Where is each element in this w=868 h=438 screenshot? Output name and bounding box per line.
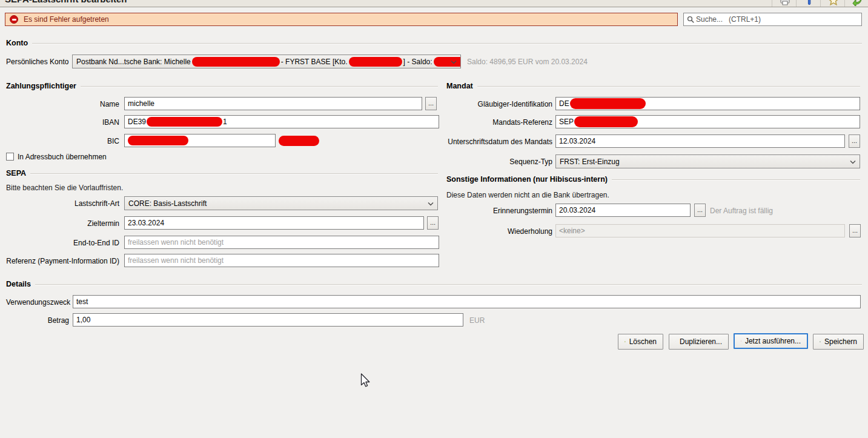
bic-label: BIC [6,137,119,145]
search-input[interactable] [696,14,860,25]
redaction-mark [434,57,461,67]
iban-text: DE39 [128,118,146,126]
lastschriftart-select[interactable]: CORE: Basis-Lastschrift [124,196,438,210]
adressbuch-label: In Adressbuch übernehmen [18,153,107,161]
wiederholung-value: <keine> [559,227,585,235]
lastschriftart-value: CORE: Basis-Lastschrift [128,199,207,208]
zieltermin-calendar-button[interactable]: ... [427,216,439,230]
section-details-title: Details [6,280,31,288]
name-lookup-button[interactable]: ... [425,97,437,110]
erinnerungstermin-input[interactable] [555,204,691,217]
duplicate-icon [675,337,676,347]
search-icon [687,16,695,24]
chevron-down-icon [451,60,457,64]
unterschriftsdatum-input[interactable] [555,134,845,148]
back-arrow-icon [852,0,863,6]
konto-text: ] - Saldo: [403,58,432,66]
name-input[interactable] [124,97,422,110]
section-mandat: Mandat [446,82,860,90]
section-sepa-title: SEPA [6,169,26,178]
saldo-info: Saldo: 4896,95 EUR vom 20.03.2024 [467,58,588,66]
redaction-mark [570,98,646,109]
sequenztyp-value: FRST: Erst-Einzug [560,158,620,166]
print-button[interactable] [772,0,796,7]
speichern-label: Speichern [824,337,857,346]
back-button[interactable] [844,0,868,7]
currency-label: EUR [469,316,485,325]
unterschriftsdatum-label: Unterschriftsdatum des Mandats [442,138,552,146]
name-label: Name [6,100,119,108]
wiederholung-field: <keine> [555,224,845,237]
loeschen-label: Löschen [629,337,657,346]
jetzt-ausfuehren-button[interactable]: Jetzt ausführen... [734,333,808,349]
betrag-input[interactable] [73,313,463,327]
save-icon [820,337,821,347]
bookmark-button[interactable] [820,0,844,7]
referenz-input[interactable] [124,254,439,267]
trash-icon [624,337,626,347]
info-icon [804,0,815,6]
loeschen-button[interactable]: Löschen [618,334,663,350]
glaeubiger-label: Gläubiger-Identifikation [442,100,552,108]
wiederholung-label: Wiederholung [442,227,552,236]
title-bar: SEPA-Lastschrift bearbeiten [0,0,868,7]
printer-icon [780,0,790,6]
star-icon [828,0,839,6]
iban-input[interactable]: DE39 1 [124,115,439,128]
adressbuch-checkbox[interactable] [6,153,14,161]
konto-text: Postbank Nd...tsche Bank: Michelle [76,58,191,66]
redaction-mark [192,57,280,67]
redaction-mark [349,57,402,67]
endtoend-label: End-to-End ID [6,239,119,247]
unterschriftsdatum-calendar-button[interactable]: ... [849,134,860,148]
section-details: Details [6,280,862,288]
konto-text: - FYRST BASE [Kto. [281,58,348,66]
verwendungszweck-input[interactable] [73,295,861,308]
redaction-mark [147,117,222,127]
betrag-label: Betrag [6,316,69,325]
mouse-cursor [360,373,371,388]
mandatsreferenz-label: Mandats-Referenz [442,118,552,127]
info-button[interactable] [796,0,820,7]
glaeubiger-input[interactable]: DE [555,97,860,110]
error-message: Es sind Fehler aufgetreten [24,15,109,24]
mandatsreferenz-input[interactable]: SEP [555,115,860,128]
redaction-mark [279,136,319,146]
section-sepa: SEPA [6,169,438,178]
sonstige-hint: Diese Daten werden nicht an die Bank übe… [446,191,609,199]
page-title: SEPA-Lastschrift bearbeiten [5,0,127,4]
erinnerungstermin-calendar-button[interactable]: ... [694,204,706,217]
persoenliches-konto-label: Persönliches Konto [6,58,68,66]
konto-select[interactable]: Postbank Nd...tsche Bank: Michelle - FYR… [72,55,461,68]
redaction-mark [574,116,638,127]
sequenztyp-label: Sequenz-Typ [442,158,552,166]
speichern-button[interactable]: Speichern [813,334,864,350]
section-mandat-title: Mandat [446,82,473,90]
wiederholung-edit-button[interactable]: ... [849,224,861,237]
zieltermin-label: Zieltermin [6,219,119,228]
glaeubiger-text: DE [559,99,569,108]
lastschriftart-label: Lastschrift-Art [6,199,119,208]
section-konto: Konto [6,39,862,47]
chevron-down-icon [428,202,434,206]
sequenztyp-select[interactable]: FRST: Erst-Einzug [555,154,860,168]
bic-input[interactable] [124,134,276,147]
iban-text: 1 [223,118,227,126]
zieltermin-input[interactable] [124,216,424,230]
referenz-label: Referenz (Payment-Information ID) [6,257,119,265]
section-sonstige: Sonstige Informationen (nur Hibiscus-int… [446,175,860,184]
verwendungszweck-label: Verwendungszweck [6,298,69,307]
search-box [683,13,862,26]
endtoend-input[interactable] [124,236,439,249]
error-icon [10,15,18,24]
section-zahlungspflichtiger: Zahlungspflichtiger [6,82,438,90]
mandatsreferenz-text: SEP [559,118,574,126]
redaction-mark [128,136,188,145]
chevron-down-icon [850,160,856,164]
duplizieren-label: Duplizieren... [680,337,722,346]
faellig-text: Der Auftrag ist fällig [710,207,773,215]
sepa-hint: Bitte beachten Sie die Vorlauffristen. [6,184,123,192]
section-zahlungspflichtiger-title: Zahlungspflichtiger [6,82,76,90]
section-sonstige-title: Sonstige Informationen (nur Hibiscus-int… [446,175,608,184]
duplizieren-button[interactable]: Duplizieren... [669,334,729,350]
